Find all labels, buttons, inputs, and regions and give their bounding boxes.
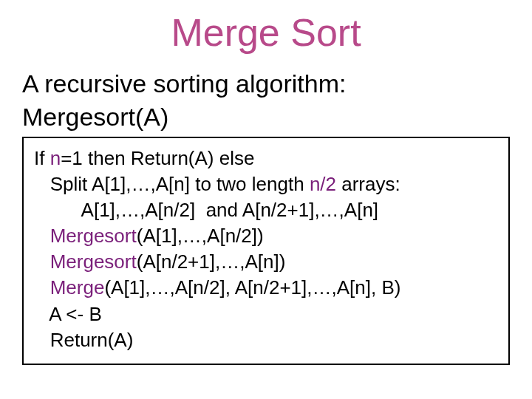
code-line-7: A <- B xyxy=(34,301,498,327)
code-text: Split A[1],…,A[n] to two length xyxy=(34,173,310,195)
code-keyword-mergesort: Mergesort xyxy=(50,225,137,247)
code-line-4: Mergesort(A[1],…,A[n/2]) xyxy=(34,223,498,249)
code-text: (A[n/2+1],…,A[n]) xyxy=(137,250,286,273)
pseudocode-box: If n=1 then Return(A) else Split A[1],…,… xyxy=(22,137,510,365)
code-text xyxy=(34,250,50,273)
subtitle-line-1: A recursive sorting algorithm: xyxy=(22,68,510,100)
code-text xyxy=(34,225,50,247)
code-text: (A[1],…,A[n/2], A[n/2+1],…,A[n], B) xyxy=(104,276,400,299)
code-keyword-nhalf: n/2 xyxy=(310,173,336,195)
code-keyword-mergesort: Mergesort xyxy=(50,250,137,273)
slide: Merge Sort A recursive sorting algorithm… xyxy=(0,0,532,399)
code-line-3: A[1],…,A[n/2] and A[n/2+1],…,A[n] xyxy=(34,197,498,223)
code-line-2: Split A[1],…,A[n] to two length n/2 arra… xyxy=(34,171,498,197)
code-text: If xyxy=(34,147,50,169)
code-line-1: If n=1 then Return(A) else xyxy=(34,146,498,171)
code-text: =1 then Return(A) else xyxy=(61,147,254,169)
code-line-8: Return(A) xyxy=(34,327,498,353)
slide-title: Merge Sort xyxy=(22,10,510,55)
subtitle-line-2: Mergesort(A) xyxy=(22,101,510,133)
code-text xyxy=(34,276,50,299)
code-keyword-n: n xyxy=(50,147,61,169)
code-keyword-merge: Merge xyxy=(50,276,105,299)
code-line-5: Mergesort(A[n/2+1],…,A[n]) xyxy=(34,249,498,275)
code-line-6: Merge(A[1],…,A[n/2], A[n/2+1],…,A[n], B) xyxy=(34,275,498,301)
code-text: (A[1],…,A[n/2]) xyxy=(137,225,264,247)
code-text: arrays: xyxy=(336,173,400,195)
